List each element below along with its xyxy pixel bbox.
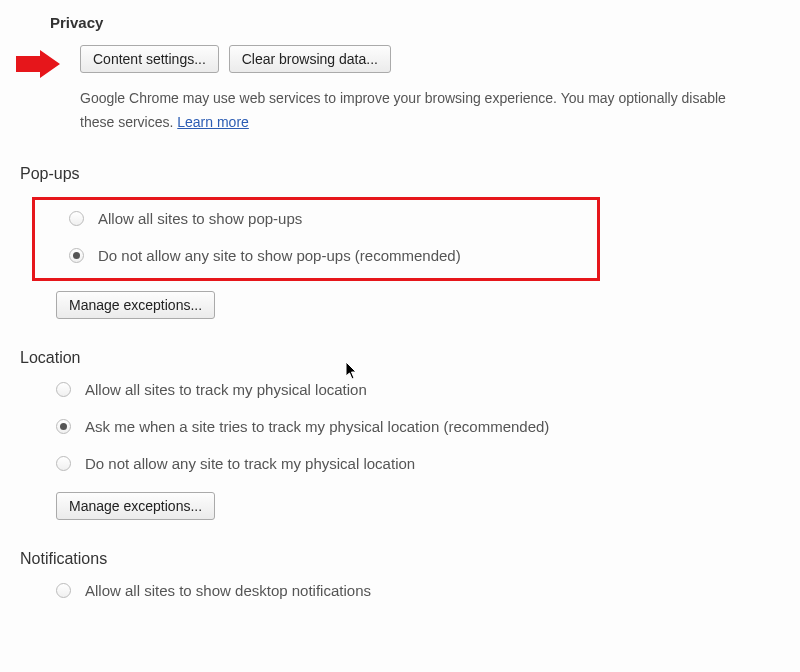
location-section-title: Location bbox=[20, 349, 780, 367]
location-ask-option[interactable]: Ask me when a site tries to track my phy… bbox=[56, 418, 780, 435]
radio-icon-selected bbox=[56, 419, 71, 434]
popups-section-title: Pop-ups bbox=[20, 165, 780, 183]
radio-icon bbox=[56, 382, 71, 397]
notifications-allow-option[interactable]: Allow all sites to show desktop notifica… bbox=[56, 582, 780, 599]
popups-allow-label: Allow all sites to show pop-ups bbox=[98, 210, 302, 227]
popups-allow-option[interactable]: Allow all sites to show pop-ups bbox=[69, 210, 585, 227]
popups-manage-exceptions-button[interactable]: Manage exceptions... bbox=[56, 291, 215, 319]
radio-icon bbox=[56, 456, 71, 471]
popups-block-label: Do not allow any site to show pop-ups (r… bbox=[98, 247, 461, 264]
popups-block-option[interactable]: Do not allow any site to show pop-ups (r… bbox=[69, 247, 585, 264]
radio-icon-selected bbox=[69, 248, 84, 263]
privacy-section-title: Privacy bbox=[50, 14, 780, 31]
location-ask-label: Ask me when a site tries to track my phy… bbox=[85, 418, 549, 435]
learn-more-link[interactable]: Learn more bbox=[177, 114, 249, 130]
notifications-section-title: Notifications bbox=[20, 550, 780, 568]
notifications-allow-label: Allow all sites to show desktop notifica… bbox=[85, 582, 371, 599]
location-block-option[interactable]: Do not allow any site to track my physic… bbox=[56, 455, 780, 472]
location-manage-exceptions-button[interactable]: Manage exceptions... bbox=[56, 492, 215, 520]
radio-icon bbox=[69, 211, 84, 226]
red-arrow-annotation bbox=[16, 50, 64, 85]
svg-marker-0 bbox=[16, 50, 60, 78]
privacy-description: Google Chrome may use web services to im… bbox=[80, 87, 760, 135]
radio-icon bbox=[56, 583, 71, 598]
location-allow-option[interactable]: Allow all sites to track my physical loc… bbox=[56, 381, 780, 398]
location-allow-label: Allow all sites to track my physical loc… bbox=[85, 381, 367, 398]
privacy-button-row: Content settings... Clear browsing data.… bbox=[80, 45, 780, 73]
location-block-label: Do not allow any site to track my physic… bbox=[85, 455, 415, 472]
clear-browsing-data-button[interactable]: Clear browsing data... bbox=[229, 45, 391, 73]
popups-highlight-box: Allow all sites to show pop-ups Do not a… bbox=[32, 197, 600, 281]
content-settings-button[interactable]: Content settings... bbox=[80, 45, 219, 73]
